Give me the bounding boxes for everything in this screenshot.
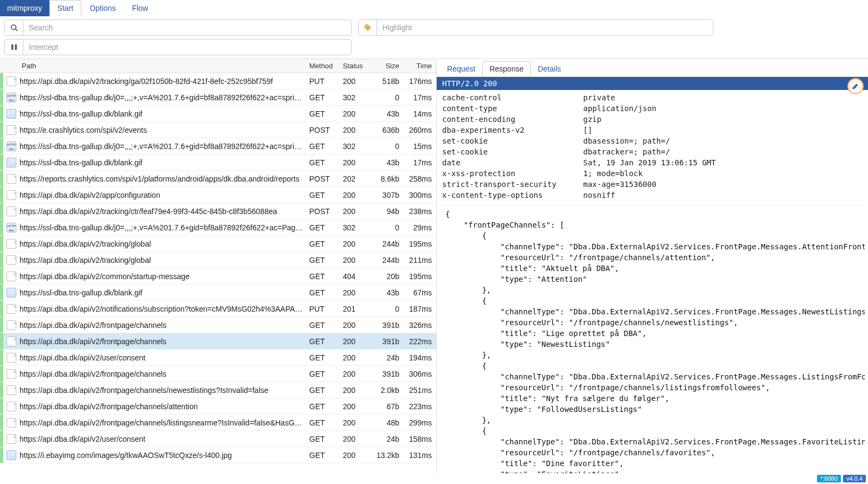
flow-row[interactable]: https://api.dba.dk/api/v2/frontpage/chan… — [0, 398, 436, 415]
flow-method: GET — [309, 158, 343, 167]
col-path[interactable]: Path — [20, 62, 309, 70]
intercept-input[interactable] — [23, 40, 351, 55]
flow-path: https://api.dba.dk/api/v2/app/configurat… — [20, 191, 309, 199]
svg-point-2 — [365, 25, 366, 26]
flow-status: 200 — [343, 451, 371, 460]
flow-row[interactable]: https://api.dba.dk/api/v2/notifications/… — [0, 301, 436, 317]
flow-status: 200 — [343, 207, 371, 216]
edit-button[interactable] — [847, 78, 864, 94]
flow-row[interactable]: https://e.crashlytics.com/spi/v2/eventsP… — [0, 122, 436, 138]
detail-tab-details[interactable]: Details — [531, 61, 568, 76]
flow-size: 8.6kb — [371, 175, 403, 183]
response-body[interactable]: { "frontPageChannels": [ { "channelType"… — [440, 205, 865, 473]
flow-row[interactable]: https://api.dba.dk/api/v2/app/configurat… — [0, 187, 436, 203]
flow-row[interactable]: HTTP30xhttps://ssl-dba.tns-gallup.dk/j0=… — [0, 220, 436, 236]
flow-size: 67b — [371, 402, 403, 411]
svg-point-0 — [11, 25, 16, 30]
flow-time: 158ms — [403, 435, 436, 443]
flow-row[interactable]: https://reports.crashlytics.com/spi/v1/p… — [0, 171, 436, 187]
document-icon — [7, 239, 16, 249]
flow-time: 211ms — [403, 256, 436, 264]
flow-method: GET — [309, 370, 343, 378]
flow-row[interactable]: https://api.dba.dk/api/v2/user/consentGE… — [0, 431, 436, 447]
flow-row[interactable]: https://api.dba.dk/api/v2/tracking/globa… — [0, 252, 436, 268]
document-icon — [7, 320, 16, 330]
flow-row[interactable]: https://api.dba.dk/api/v2/frontpage/chan… — [0, 382, 436, 398]
detail-tab-response[interactable]: Response — [482, 61, 531, 76]
col-time[interactable]: Time — [403, 62, 436, 70]
flow-row[interactable]: https://ssl-dba.tns-gallup.dk/blank.gifG… — [0, 154, 436, 171]
header-row: x-content-type-optionsnosniff — [442, 190, 863, 201]
flow-row[interactable]: https://ssl-dba.tns-gallup.dk/blank.gifG… — [0, 106, 436, 122]
flow-row[interactable]: https://api.dba.dk/api/v2/frontpage/chan… — [0, 333, 436, 350]
flow-size: 307b — [371, 191, 403, 199]
pause-icon[interactable] — [5, 40, 23, 55]
flow-status: 200 — [343, 321, 371, 330]
detail-tabs: RequestResponseDetails — [437, 59, 868, 77]
response-headers: cache-controlprivatecontent-typeapplicat… — [437, 90, 868, 204]
flow-row[interactable]: https://api.dba.dk/api/v2/frontpage/chan… — [0, 366, 436, 382]
flow-time: 67ms — [403, 288, 436, 297]
col-status[interactable]: Status — [343, 62, 371, 70]
nav-tab-options[interactable]: Options — [81, 0, 124, 16]
document-icon — [7, 369, 16, 379]
flow-status: 302 — [343, 223, 371, 232]
nav-tab-flow[interactable]: Flow — [124, 0, 156, 16]
flow-row[interactable]: https://api.dba.dk/api/v2/frontpage/chan… — [0, 415, 436, 431]
header-name: content-encoding — [442, 114, 583, 125]
flow-status: 200 — [343, 386, 371, 395]
flow-method: GET — [309, 256, 343, 264]
document-icon — [7, 418, 16, 428]
document-icon — [7, 255, 16, 265]
flow-status: 201 — [343, 305, 371, 313]
flow-path: https://api.dba.dk/api/v2/tracking/globa… — [20, 240, 309, 248]
col-size[interactable]: Size — [371, 62, 403, 70]
flow-status: 200 — [343, 126, 371, 134]
flow-method: GET — [309, 435, 343, 443]
flow-row[interactable]: https://ssl-dba.tns-gallup.dk/blank.gifG… — [0, 285, 436, 301]
flow-row[interactable]: HTTP30xhttps://ssl-dba.tns-gallup.dk/j0=… — [0, 89, 436, 106]
nav-tab-start[interactable]: Start — [49, 0, 82, 16]
flow-time: 14ms — [403, 109, 436, 118]
search-input[interactable] — [23, 20, 351, 35]
flow-method: GET — [309, 191, 343, 199]
header-name: set-cookie — [442, 135, 583, 146]
flow-method: GET — [309, 272, 343, 281]
highlight-input[interactable] — [377, 20, 713, 35]
flow-row[interactable]: https://api.dba.dk/api/v2/tracking/ctr/f… — [0, 203, 436, 220]
filter-area — [0, 16, 868, 56]
flow-path: https://api.dba.dk/api/v2/frontpage/chan… — [20, 337, 309, 346]
flow-path: https://api.dba.dk/api/v2/tracking/globa… — [20, 256, 309, 264]
flow-size: 94b — [371, 207, 403, 216]
flow-time: 326ms — [403, 321, 436, 330]
col-method[interactable]: Method — [309, 62, 343, 70]
image-icon — [7, 109, 16, 119]
document-icon — [7, 337, 16, 346]
detail-tab-request[interactable]: Request — [440, 61, 482, 76]
flow-row[interactable]: HTTP30xhttps://ssl-dba.tns-gallup.dk/j0=… — [0, 138, 436, 154]
flow-row[interactable]: https://api.dba.dk/api/v2/user/consentGE… — [0, 350, 436, 366]
flow-size: 43b — [371, 288, 403, 297]
document-icon — [7, 385, 16, 395]
flow-path: https://api.dba.dk/api/v2/common/startup… — [20, 272, 309, 281]
flow-row[interactable]: https://api.dba.dk/api/v2/tracking/globa… — [0, 236, 436, 252]
flow-status: 200 — [343, 256, 371, 264]
header-value: [] — [583, 125, 592, 135]
flow-status: 200 — [343, 191, 371, 199]
svg-rect-4 — [15, 44, 17, 50]
intercept-group — [4, 39, 352, 55]
flow-path: https://api.dba.dk/api/v2/frontpage/chan… — [20, 321, 309, 330]
header-value: Sat, 19 Jan 2019 13:06:15 GMT — [583, 157, 716, 168]
highlight-group — [358, 20, 713, 36]
flow-time: 260ms — [403, 126, 436, 134]
flow-row[interactable]: https://i.ebayimg.com/images/g/tkwAAOSwT… — [0, 447, 436, 463]
flow-method: GET — [309, 142, 343, 151]
flow-size: 43b — [371, 109, 403, 118]
flow-row[interactable]: https://api.dba.dk/api/v2/frontpage/chan… — [0, 317, 436, 333]
header-name: content-type — [442, 103, 583, 114]
flow-path: https://ssl-dba.tns-gallup.dk/blank.gif — [20, 109, 309, 118]
flow-row[interactable]: https://api.dba.dk/api/v2/tracking/ga/02… — [0, 73, 436, 89]
flow-row[interactable]: https://api.dba.dk/api/v2/common/startup… — [0, 268, 436, 285]
flow-time: 195ms — [403, 272, 436, 281]
header-row: dateSat, 19 Jan 2019 13:06:15 GMT — [442, 157, 863, 168]
